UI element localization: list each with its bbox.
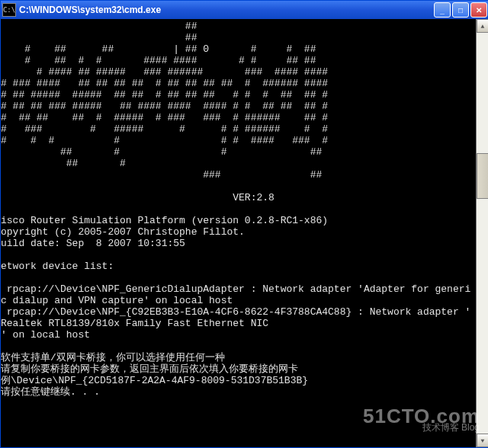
- cmd-window: C:\ C:\WINDOWS\system32\cmd.exe _ □ ✕ ##…: [0, 0, 488, 448]
- maximize-button[interactable]: □: [452, 2, 469, 18]
- scroll-track[interactable]: [477, 33, 488, 434]
- watermark-main: 51CTO.com: [363, 411, 480, 422]
- scroll-thumb[interactable]: [477, 153, 488, 199]
- window-title: C:\WINDOWS\system32\cmd.exe: [19, 5, 434, 15]
- watermark: 51CTO.com 技术博客 Blog: [363, 411, 480, 434]
- terminal-output: ## ## # ## ## | ## 0 # # ## # ## # # ###…: [1, 19, 488, 398]
- vertical-scrollbar[interactable]: ▲ ▼: [476, 19, 488, 447]
- titlebar[interactable]: C:\ C:\WINDOWS\system32\cmd.exe _ □ ✕: [1, 1, 488, 19]
- close-button[interactable]: ✕: [470, 2, 487, 18]
- minimize-button[interactable]: _: [434, 2, 451, 18]
- terminal-area[interactable]: ## ## # ## ## | ## 0 # # ## # ## # # ###…: [1, 19, 488, 447]
- scroll-up-button[interactable]: ▲: [477, 19, 488, 33]
- app-icon: C:\: [2, 3, 16, 17]
- scroll-down-button[interactable]: ▼: [477, 434, 488, 447]
- watermark-sub: 技术博客 Blog: [363, 422, 480, 434]
- window-buttons: _ □ ✕: [434, 2, 487, 18]
